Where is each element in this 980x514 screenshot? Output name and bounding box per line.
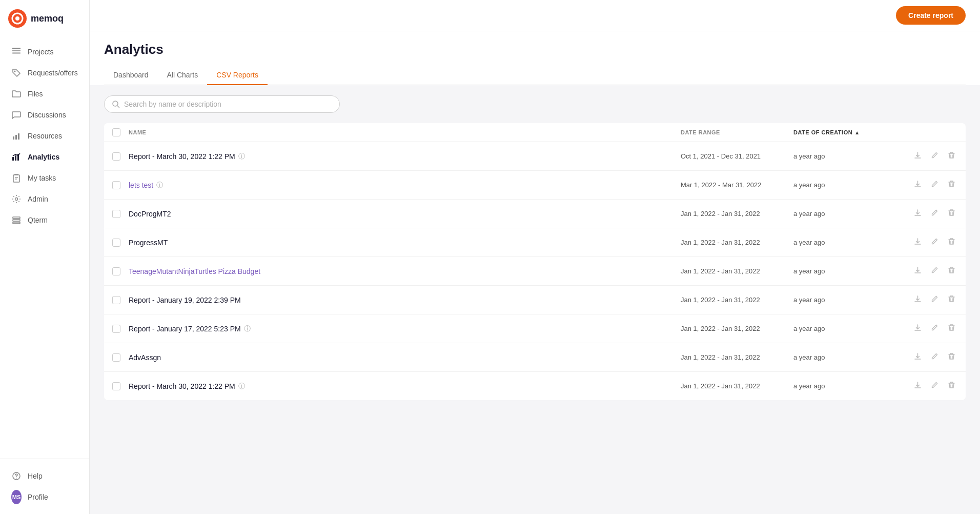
- edit-button[interactable]: [929, 350, 941, 364]
- row-created: a year ago: [793, 267, 906, 275]
- row-checkbox[interactable]: [112, 181, 120, 189]
- tab-dashboard[interactable]: Dashboard: [104, 66, 158, 85]
- folder-icon: [11, 89, 22, 99]
- info-icon: ⓘ: [238, 152, 245, 161]
- svg-rect-19: [13, 222, 20, 224]
- sidebar-label-requests: Requests/offers: [28, 69, 78, 77]
- row-created: a year ago: [793, 296, 906, 304]
- edit-button[interactable]: [929, 379, 941, 393]
- delete-button[interactable]: [946, 149, 957, 163]
- sidebar: memoq Projects Requests/offers Files: [0, 0, 90, 514]
- row-name: Report - March 30, 2022 1:22 PMⓘ: [129, 152, 681, 161]
- page-title: Analytics: [104, 42, 966, 57]
- download-button[interactable]: [912, 293, 924, 307]
- create-report-button[interactable]: Create report: [896, 6, 966, 25]
- download-button[interactable]: [912, 264, 924, 278]
- edit-button[interactable]: [929, 207, 941, 221]
- sidebar-item-analytics[interactable]: Analytics: [3, 147, 86, 167]
- sidebar-label-admin: Admin: [28, 195, 48, 203]
- download-button[interactable]: [912, 322, 924, 335]
- row-checkbox[interactable]: [112, 296, 120, 304]
- edit-button[interactable]: [929, 293, 941, 307]
- logo[interactable]: memoq: [0, 0, 89, 37]
- avatar: MS: [11, 492, 22, 502]
- delete-button[interactable]: [946, 350, 957, 364]
- row-actions: [906, 264, 957, 278]
- info-icon: ⓘ: [156, 181, 163, 190]
- resources-icon: [11, 131, 22, 141]
- row-created: a year ago: [793, 152, 906, 160]
- search-input[interactable]: [124, 100, 332, 108]
- sidebar-item-profile[interactable]: MS Profile: [3, 487, 86, 507]
- download-button[interactable]: [912, 350, 924, 364]
- info-icon: ⓘ: [238, 382, 245, 391]
- edit-button[interactable]: [929, 149, 941, 163]
- row-checkbox[interactable]: [112, 239, 120, 247]
- download-button[interactable]: [912, 149, 924, 163]
- row-checkbox[interactable]: [112, 353, 120, 362]
- sidebar-item-my-tasks[interactable]: My tasks: [3, 168, 86, 188]
- sidebar-item-resources[interactable]: Resources: [3, 126, 86, 146]
- row-date-range: Mar 1, 2022 - Mar 31, 2022: [681, 181, 793, 189]
- tab-all-charts[interactable]: All Charts: [158, 66, 208, 85]
- col-header-name[interactable]: NAME: [129, 129, 681, 135]
- delete-button[interactable]: [946, 235, 957, 249]
- download-button[interactable]: [912, 207, 924, 221]
- svg-rect-13: [13, 175, 19, 182]
- delete-button[interactable]: [946, 293, 957, 307]
- row-actions: [906, 235, 957, 249]
- edit-button[interactable]: [929, 178, 941, 192]
- sidebar-item-discussions[interactable]: Discussions: [3, 105, 86, 125]
- svg-rect-11: [15, 155, 16, 161]
- download-button[interactable]: [912, 235, 924, 249]
- delete-button[interactable]: [946, 264, 957, 278]
- row-date-range: Jan 1, 2022 - Jan 31, 2022: [681, 325, 793, 332]
- tab-csv-reports[interactable]: CSV Reports: [207, 66, 268, 85]
- sidebar-label-profile: Profile: [28, 493, 48, 501]
- sidebar-item-admin[interactable]: Admin: [3, 189, 86, 209]
- download-button[interactable]: [912, 178, 924, 192]
- edit-button[interactable]: [929, 322, 941, 335]
- content-area: NAME DATE RANGE DATE OF CREATION ▲ Repor…: [90, 85, 980, 514]
- sidebar-item-files[interactable]: Files: [3, 84, 86, 104]
- row-checkbox[interactable]: [112, 382, 120, 390]
- svg-rect-18: [13, 220, 20, 221]
- delete-button[interactable]: [946, 207, 957, 221]
- download-button[interactable]: [912, 379, 924, 393]
- table-row: ProgressMT Jan 1, 2022 - Jan 31, 2022 a …: [104, 228, 966, 257]
- sidebar-item-help[interactable]: Help: [3, 466, 86, 486]
- row-date-range: Oct 1, 2021 - Dec 31, 2021: [681, 152, 793, 160]
- row-checkbox[interactable]: [112, 325, 120, 333]
- sidebar-item-projects[interactable]: Projects: [3, 42, 86, 62]
- app-name: memoq: [31, 13, 64, 24]
- sidebar-item-requests-offers[interactable]: Requests/offers: [3, 63, 86, 83]
- page-header: Analytics Dashboard All Charts CSV Repor…: [90, 31, 980, 85]
- svg-rect-8: [15, 135, 17, 140]
- delete-button[interactable]: [946, 322, 957, 335]
- row-checkbox[interactable]: [112, 152, 120, 161]
- row-created: a year ago: [793, 239, 906, 246]
- col-header-date-range[interactable]: DATE RANGE: [681, 129, 793, 135]
- sidebar-item-qterm[interactable]: Qterm: [3, 210, 86, 230]
- row-name: Report - January 17, 2022 5:23 PMⓘ: [129, 324, 681, 333]
- sort-arrow-icon: ▲: [854, 130, 860, 135]
- row-actions: [906, 178, 957, 192]
- table-row: Report - March 30, 2022 1:22 PMⓘ Jan 1, …: [104, 372, 966, 400]
- row-actions: [906, 207, 957, 221]
- delete-button[interactable]: [946, 178, 957, 192]
- sidebar-navigation: Projects Requests/offers Files Discussio…: [0, 37, 89, 459]
- select-all-checkbox[interactable]: [112, 128, 120, 136]
- search-bar[interactable]: [104, 95, 340, 113]
- row-actions: [906, 379, 957, 393]
- delete-button[interactable]: [946, 379, 957, 393]
- row-checkbox[interactable]: [112, 210, 120, 218]
- edit-button[interactable]: [929, 264, 941, 278]
- row-created: a year ago: [793, 382, 906, 390]
- row-checkbox[interactable]: [112, 267, 120, 275]
- col-header-date-of-creation[interactable]: DATE OF CREATION ▲: [793, 129, 906, 135]
- edit-button[interactable]: [929, 235, 941, 249]
- sidebar-label-resources: Resources: [28, 132, 62, 140]
- row-created: a year ago: [793, 181, 906, 189]
- row-name: lets testⓘ: [129, 181, 681, 190]
- row-name: Report - January 19, 2022 2:39 PM: [129, 296, 681, 304]
